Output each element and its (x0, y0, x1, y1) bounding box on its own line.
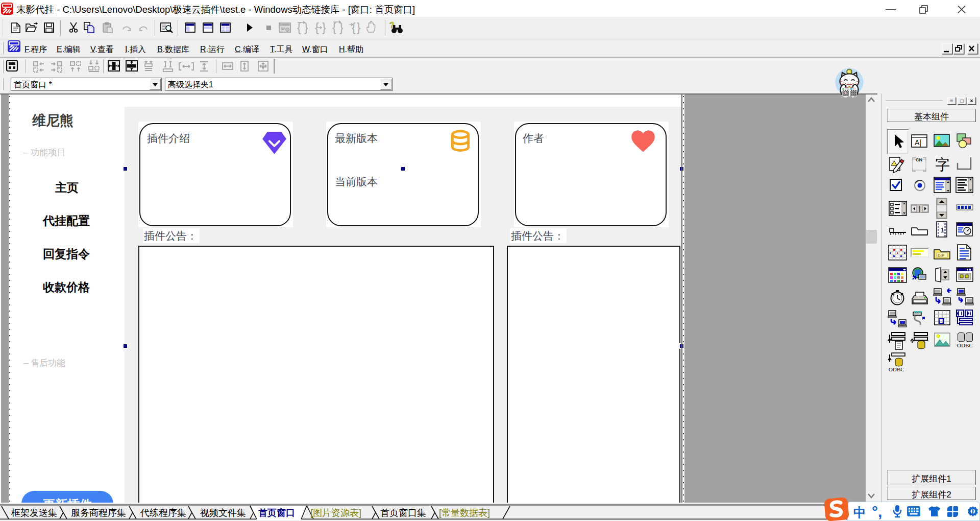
svg-text:}: } (322, 21, 326, 34)
svg-text:}: } (304, 21, 308, 34)
svg-text:框架发送集: 框架发送集 (11, 508, 57, 518)
svg-text:代练程序集: 代练程序集 (140, 508, 186, 518)
svg-text:1: 1 (941, 226, 944, 234)
svg-text:首页窗口集: 首页窗口集 (380, 508, 426, 518)
svg-text:ODBC: ODBC (957, 342, 973, 348)
svg-text:[常量数据表]: [常量数据表] (439, 508, 490, 518)
svg-text:首页窗口: 首页窗口 (258, 508, 295, 518)
svg-text:{: { (352, 21, 356, 34)
svg-text:服务商程序集: 服务商程序集 (71, 508, 126, 518)
svg-text:A|: A| (915, 138, 921, 147)
svg-text:}: } (357, 21, 361, 34)
svg-text:视频文件集: 视频文件集 (200, 508, 246, 518)
svg-text:}: } (339, 21, 344, 34)
svg-text:{: { (332, 21, 336, 34)
svg-text:ODBC: ODBC (889, 366, 904, 372)
svg-text:{: { (297, 21, 301, 34)
svg-text:[图片资源表]: [图片资源表] (310, 508, 361, 518)
svg-text:字: 字 (935, 156, 950, 173)
svg-text:DIF: DIF (938, 253, 944, 258)
svg-text:CN: CN (916, 157, 922, 162)
